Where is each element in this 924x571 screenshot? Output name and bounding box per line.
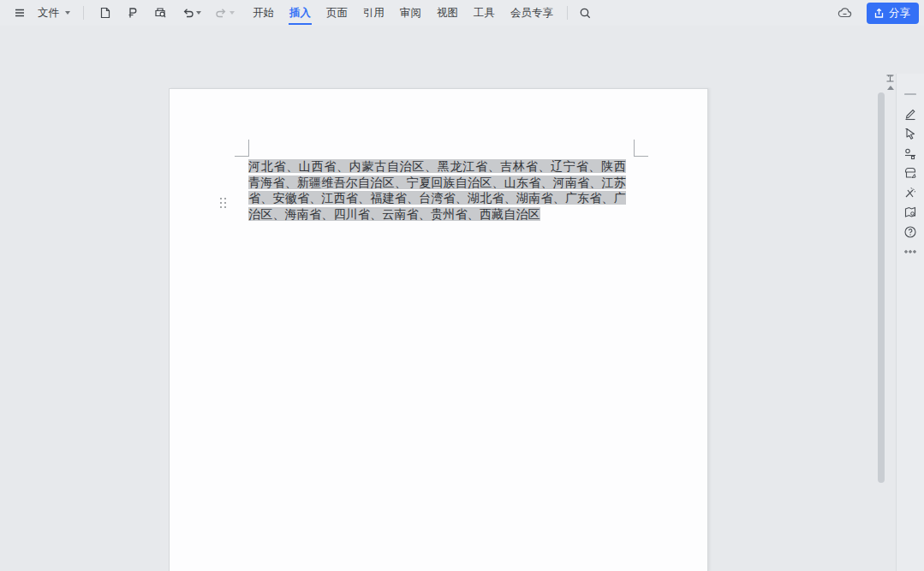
tab-home[interactable]: 开始 [245, 0, 282, 26]
repair-tools-icon[interactable] [903, 186, 917, 199]
tab-label: 审阅 [400, 6, 421, 21]
divider [83, 6, 84, 20]
divider [567, 6, 568, 20]
share-icon [873, 8, 885, 19]
cloud-sync-button[interactable] [835, 4, 855, 21]
wps-writer-window: 文件 [0, 0, 924, 571]
margin-mark-right-horizontal [634, 156, 648, 157]
undo-button[interactable] [179, 4, 204, 22]
skin-icon[interactable] [903, 166, 917, 180]
tab-page[interactable]: 页面 [319, 0, 355, 26]
file-menu-label: 文件 [38, 6, 59, 21]
tab-label: 插入 [289, 6, 311, 21]
margin-mark-left-vertical [248, 140, 249, 157]
undo-icon [182, 7, 194, 20]
titlebar-right: 分享 [832, 3, 924, 24]
navigation-map-icon[interactable] [903, 205, 917, 219]
share-label: 分享 [889, 6, 910, 21]
selected-text[interactable]: 省、安徽省、江西省、福建省、台湾省、湖北省、湖南省、广东省、广西壮族自 [248, 191, 626, 206]
selected-paragraph[interactable]: 河北省、山西省、内蒙古自治区、黑龙江省、吉林省、辽宁省、陕西省、甘肃省、 青海省… [248, 158, 626, 222]
tab-label: 引用 [363, 6, 385, 21]
margin-mark-right-vertical [634, 140, 635, 157]
save-button[interactable] [96, 3, 115, 22]
more-dots-icon[interactable] [903, 245, 917, 259]
vertical-scrollbar-thumb[interactable] [878, 92, 885, 483]
menu-tabs: 开始 插入 页面 引用 审阅 视图 工具 会员专享 [245, 0, 561, 26]
cloud-sync-icon [838, 7, 853, 19]
text-line[interactable]: 青海省、新疆维吾尔自治区、宁夏回族自治区、山东省、河南省、江苏省、浙江 [248, 175, 626, 191]
titlebar-left: 文件 [0, 3, 240, 23]
chevron-down-icon [196, 11, 201, 15]
hamburger-icon [14, 7, 26, 19]
file-menu-button[interactable]: 文件 [34, 3, 74, 23]
document-page[interactable]: 河北省、山西省、内蒙古自治区、黑龙江省、吉林省、辽宁省、陕西省、甘肃省、 青海省… [169, 88, 708, 571]
ruler-icon [885, 74, 895, 83]
document-workspace: 河北省、山西省、内蒙古自治区、黑龙江省、吉林省、辽宁省、陕西省、甘肃省、 青海省… [0, 26, 924, 571]
redo-button[interactable] [212, 4, 237, 22]
search-icon [579, 7, 592, 20]
text-line[interactable]: 河北省、山西省、内蒙古自治区、黑龙江省、吉林省、辽宁省、陕西省、甘肃省、 [248, 158, 626, 175]
collapse-dash-icon[interactable] [903, 87, 917, 101]
print-preview-icon [153, 6, 168, 20]
tab-label: 页面 [326, 6, 348, 21]
tab-tools[interactable]: 工具 [466, 0, 503, 26]
tab-label: 工具 [474, 6, 495, 21]
export-pdf-icon [126, 6, 140, 20]
export-pdf-button[interactable] [123, 3, 142, 22]
signature-slider-icon[interactable] [903, 146, 917, 160]
tab-label: 视图 [437, 6, 458, 21]
chevron-down-icon [230, 11, 235, 15]
help-icon[interactable] [903, 225, 917, 239]
selected-text[interactable]: 河北省、山西省、内蒙古自治区、黑龙江省、吉林省、辽宁省、陕西省、甘肃省、 [248, 159, 626, 175]
scroll-up-arrow[interactable] [887, 86, 894, 90]
redo-icon [215, 7, 228, 20]
text-line[interactable]: 省、安徽省、江西省、福建省、台湾省、湖北省、湖南省、广东省、广西壮族自 [248, 190, 626, 206]
tab-label: 开始 [253, 6, 274, 21]
select-arrow-icon[interactable] [903, 127, 917, 140]
chevron-down-icon [65, 11, 70, 15]
margin-mark-left-horizontal [235, 156, 249, 157]
tab-member[interactable]: 会员专享 [503, 0, 561, 26]
ruler-toggle-button[interactable] [885, 74, 895, 83]
tab-label: 会员专享 [510, 6, 553, 21]
share-button[interactable]: 分享 [867, 3, 919, 24]
tab-insert[interactable]: 插入 [282, 0, 319, 26]
tab-view[interactable]: 视图 [429, 0, 466, 26]
tab-review[interactable]: 审阅 [392, 0, 429, 26]
titlebar: 文件 [0, 0, 924, 26]
paragraph-drag-handle[interactable] [220, 198, 226, 208]
selected-text[interactable]: 青海省、新疆维吾尔自治区、宁夏回族自治区、山东省、河南省、江苏省、浙江 [248, 175, 626, 191]
selected-text[interactable]: 治区、海南省、四川省、云南省、贵州省、西藏自治区 [248, 207, 540, 221]
save-icon [98, 6, 112, 20]
print-preview-button[interactable] [151, 3, 170, 22]
wps-menu-button[interactable] [11, 4, 28, 21]
annotate-pen-icon[interactable] [903, 107, 917, 121]
text-line[interactable]: 治区、海南省、四川省、云南省、贵州省、西藏自治区 [248, 206, 626, 223]
right-tool-rail [896, 74, 924, 571]
search-button[interactable] [576, 4, 594, 22]
tab-references[interactable]: 引用 [355, 0, 392, 26]
